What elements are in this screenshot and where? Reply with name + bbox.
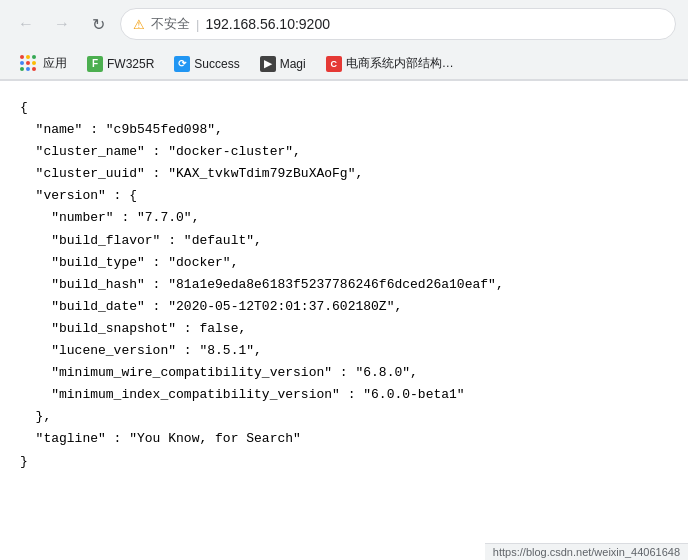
status-url: https://blog.csdn.net/weixin_44061648 [493, 546, 680, 558]
bookmark-magi[interactable]: ▶ Magi [252, 53, 314, 75]
refresh-button[interactable]: ↻ [84, 10, 112, 38]
json-line: }, [20, 406, 668, 428]
cdn-icon: C [326, 56, 342, 72]
json-line: "lucene_version" : "8.5.1", [20, 340, 668, 362]
url-display: 192.168.56.10:9200 [205, 16, 330, 32]
refresh-icon: ↻ [92, 15, 105, 34]
cdn-label: 电商系统内部结构… [346, 55, 454, 72]
browser-chrome: ← → ↻ ⚠ 不安全 | 192.168.56.10:9200 应用 F FW… [0, 0, 688, 81]
bookmark-fw325r[interactable]: F FW325R [79, 53, 162, 75]
back-icon: ← [18, 15, 34, 33]
magi-icon: ▶ [260, 56, 276, 72]
success-icon: ⟳ [174, 56, 190, 72]
json-line: } [20, 451, 668, 473]
json-line: "tagline" : "You Know, for Search" [20, 428, 668, 450]
json-line: "build_date" : "2020-05-12T02:01:37.6021… [20, 296, 668, 318]
json-line: "build_flavor" : "default", [20, 230, 668, 252]
forward-button[interactable]: → [48, 10, 76, 38]
json-line: "name" : "c9b545fed098", [20, 119, 668, 141]
success-label: Success [194, 57, 239, 71]
bookmark-cdnshop[interactable]: C 电商系统内部结构… [318, 52, 462, 75]
insecure-icon: ⚠ [133, 17, 145, 32]
json-line: "minimum_wire_compatibility_version" : "… [20, 362, 668, 384]
json-line: "cluster_uuid" : "KAX_tvkwTdim79zBuXAoFg… [20, 163, 668, 185]
json-line: { [20, 97, 668, 119]
json-line: "build_type" : "docker", [20, 252, 668, 274]
fw-icon: F [87, 56, 103, 72]
bookmark-success[interactable]: ⟳ Success [166, 53, 247, 75]
json-line: "version" : { [20, 185, 668, 207]
json-line: "number" : "7.7.0", [20, 207, 668, 229]
content-area: { "name" : "c9b545fed098", "cluster_name… [0, 81, 688, 489]
magi-label: Magi [280, 57, 306, 71]
url-separator: | [196, 17, 199, 32]
json-line: "cluster_name" : "docker-cluster", [20, 141, 668, 163]
apps-icon [20, 55, 37, 72]
json-line: "minimum_index_compatibility_version" : … [20, 384, 668, 406]
json-line: "build_snapshot" : false, [20, 318, 668, 340]
insecure-label: 不安全 [151, 15, 190, 33]
nav-bar: ← → ↻ ⚠ 不安全 | 192.168.56.10:9200 [0, 0, 688, 48]
status-bar: https://blog.csdn.net/weixin_44061648 [485, 543, 688, 560]
apps-label: 应用 [43, 55, 67, 72]
forward-icon: → [54, 15, 70, 33]
bookmarks-bar: 应用 F FW325R ⟳ Success ▶ Magi C 电商系统内部结构… [0, 48, 688, 80]
back-button[interactable]: ← [12, 10, 40, 38]
bookmark-apps[interactable]: 应用 [12, 52, 75, 75]
fw-label: FW325R [107, 57, 154, 71]
address-bar[interactable]: ⚠ 不安全 | 192.168.56.10:9200 [120, 8, 676, 40]
json-line: "build_hash" : "81a1e9eda8e6183f52377862… [20, 274, 668, 296]
